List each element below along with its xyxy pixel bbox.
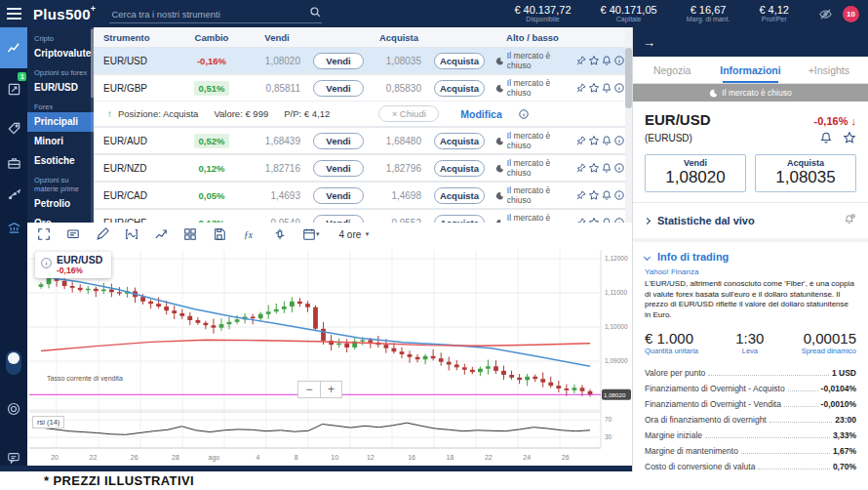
sidebar-scrollbar-thumb[interactable] [91, 29, 94, 98]
sidebar-item-criptovalute[interactable]: Criptovalute [27, 44, 94, 63]
instrument-description: Yahoo! Finanza L'EUR/USD, altrimenti con… [633, 267, 868, 320]
calendar-icon[interactable]: ▾ [302, 227, 320, 241]
source-link[interactable]: Yahoo! Finanza [645, 267, 856, 276]
position-info-icon[interactable] [518, 108, 530, 120]
svg-text:1,08020: 1,08020 [604, 391, 626, 398]
alert-bell-icon[interactable] [819, 131, 833, 144]
fx-indicators-icon[interactable]: ƒx [242, 227, 257, 241]
sell-button[interactable]: Vendi [313, 80, 364, 97]
plus500-logo: Plus500+ [33, 6, 96, 22]
eye-slash-icon[interactable] [818, 7, 833, 21]
info-icon[interactable] [613, 55, 625, 66]
tab-insights[interactable]: +Insights [790, 57, 868, 83]
buy-button[interactable]: Acquista [434, 215, 485, 224]
menu-icon[interactable] [0, 0, 27, 27]
zoom-out-button[interactable]: − [297, 381, 320, 398]
tab-negozia[interactable]: Negozia [633, 57, 711, 83]
detail-value: 3,33% [833, 430, 856, 440]
star-icon[interactable] [588, 55, 600, 66]
collapse-arrow-icon[interactable]: → [643, 35, 655, 50]
pin-icon[interactable] [575, 162, 587, 174]
trend-line-icon[interactable] [154, 227, 168, 241]
info-icon[interactable] [613, 82, 625, 94]
live-statistics-section[interactable]: Statistiche dal vivo [633, 203, 868, 238]
buy-button[interactable]: Acquista [434, 133, 485, 149]
rail-trade-icon[interactable] [0, 27, 27, 68]
sidebar-item-principali[interactable]: Principali [27, 112, 94, 132]
sidebar-item-petrolio[interactable]: Petrolio [27, 194, 94, 214]
bell-icon[interactable] [601, 82, 612, 94]
info-icon[interactable] [613, 189, 625, 201]
pin-icon[interactable] [575, 82, 587, 94]
panel-trade-boxes: Vendi 1,08020 Acquista 1,08035 [633, 150, 868, 202]
tab-informazioni[interactable]: Informazioni [711, 57, 789, 83]
sidebar-item-minori[interactable]: Minori [27, 132, 94, 151]
sell-button[interactable]: Vendi [313, 160, 364, 177]
chart-type-icon[interactable] [273, 227, 287, 241]
save-icon[interactable] [213, 227, 226, 241]
buy-button[interactable]: Acquista [434, 187, 485, 204]
search-input[interactable] [109, 6, 322, 23]
table-row[interactable]: EUR/CHF 0,13% 0,9549 Vendi 0,9552 Acquis… [94, 210, 632, 223]
sell-button[interactable]: Vendi [313, 53, 364, 69]
buy-button[interactable]: Acquista [434, 53, 485, 69]
rail-portfolio-icon[interactable] [0, 150, 27, 176]
stats-alert-icon[interactable] [844, 212, 856, 229]
timeframe-dropdown[interactable]: 4 ore ▾ [335, 225, 370, 243]
buy-price-box[interactable]: Acquista 1,08035 [755, 154, 856, 192]
notifications-badge[interactable]: 10 [843, 6, 859, 22]
moon-icon [709, 89, 718, 98]
star-icon[interactable] [588, 189, 600, 201]
draw-icon[interactable] [96, 227, 109, 241]
feedback-chat-icon[interactable] [0, 445, 27, 470]
rail-insights-icon[interactable] [0, 182, 27, 207]
sidebar-item-esotiche[interactable]: Esotiche [27, 151, 94, 171]
close-position-button[interactable]: × Chiudi [378, 105, 439, 122]
instrument-details-list: Valore per punto 1 USD Finanziamento di … [633, 363, 868, 471]
sell-price-box[interactable]: Vendi 1,08020 [645, 154, 746, 192]
bell-icon[interactable] [601, 162, 612, 174]
indicator-window-icon[interactable] [125, 227, 138, 241]
pin-icon[interactable] [575, 189, 587, 201]
sidebar-item-eur-usd[interactable]: EUR/USD [27, 78, 94, 98]
trading-info-section[interactable]: Info di trading [633, 242, 868, 266]
info-icon[interactable] [613, 162, 625, 174]
sell-button[interactable]: Vendi [313, 133, 364, 149]
theme-toggle[interactable] [0, 347, 27, 377]
rail-funds-icon[interactable] [0, 215, 27, 240]
detail-value: -0,0010% [821, 399, 856, 409]
modify-position-link[interactable]: Modifica [460, 108, 502, 120]
rail-target-icon[interactable] [0, 396, 27, 422]
bell-icon[interactable] [601, 135, 612, 146]
star-icon[interactable] [588, 162, 600, 174]
favorite-star-icon[interactable] [843, 131, 856, 144]
bell-icon[interactable] [601, 55, 612, 66]
layout-grid-icon[interactable] [183, 227, 197, 241]
sell-button[interactable]: Vendi [313, 215, 364, 224]
pin-icon[interactable] [575, 135, 587, 146]
table-row[interactable]: EUR/USD -0,16% 1,08020 Vendi 1,08035 Acq… [94, 48, 632, 73]
search-icon[interactable] [309, 5, 322, 22]
table-row[interactable]: EUR/GBP 0,51% 0,85811 Vendi 0,85830 Acqu… [94, 75, 632, 101]
info-icon[interactable] [613, 135, 625, 146]
chart-canvas[interactable]: 1,120001,110001,100001,090001,0802070302… [27, 246, 632, 466]
table-row[interactable]: EUR/CAD 0,05% 1,4693 Vendi 1,4698 Acquis… [94, 183, 632, 208]
table-row[interactable]: EUR/AUD 0,52% 1,68439 Vendi 1,68480 Acqu… [94, 128, 632, 153]
svg-text:22: 22 [485, 454, 493, 461]
bell-icon[interactable] [601, 189, 612, 201]
buy-button[interactable]: Acquista [434, 80, 485, 97]
rail-positions-icon[interactable]: 1 [0, 76, 27, 102]
rail-tag-icon[interactable] [0, 115, 27, 141]
instrument-info-icon[interactable] [40, 256, 53, 273]
table-scrollbar-thumb[interactable] [625, 48, 632, 108]
table-row[interactable]: EUR/NZD 0,12% 1,82716 Vendi 1,82796 Acqu… [94, 155, 632, 181]
sell-rate: 1,68439 [246, 136, 308, 146]
pin-icon[interactable] [575, 55, 587, 66]
buy-button[interactable]: Acquista [434, 160, 485, 177]
stat-equity: € 40.171,05Capitale [601, 4, 657, 23]
sell-button[interactable]: Vendi [313, 187, 364, 204]
sidebar-item-oro[interactable]: Oro [27, 214, 94, 233]
star-icon[interactable] [588, 135, 600, 146]
star-icon[interactable] [588, 82, 600, 94]
zoom-in-button[interactable]: + [320, 381, 342, 398]
